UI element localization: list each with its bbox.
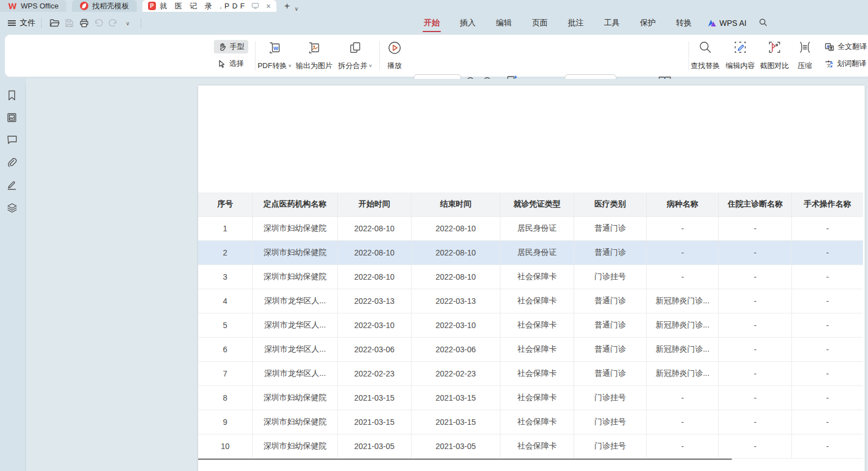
table-cell: 9 [198,410,253,434]
wps-ai-label: WPS AI [719,19,746,28]
tab-monitor-icon[interactable] [252,3,259,9]
word-translate-button[interactable]: 文 A 划词翻译 ∨ [821,57,868,70]
print-icon[interactable] [77,16,91,30]
table-cell: 深圳市龙华区人... [253,289,338,313]
bookmark-icon[interactable] [7,90,18,101]
table-cell: 2022-08-10 [411,265,500,289]
table-cell: - [647,434,719,459]
undo-icon[interactable] [91,16,106,30]
table-cell: 普通门诊 [574,289,647,313]
svg-text:A: A [830,61,833,65]
comment-icon[interactable] [7,135,18,146]
table-cell: 社会保障卡 [500,313,574,338]
play-icon [387,41,402,55]
new-tab-button[interactable]: + [284,1,290,12]
tab-docer[interactable]: 找稻壳模板 [72,0,137,12]
menu-item-page[interactable]: 页面 [522,12,558,34]
edit-content-button[interactable]: 编辑内容 [722,39,758,73]
menu-search-icon[interactable] [752,18,774,29]
menu-item-comment[interactable]: 批注 [558,12,594,34]
quickbar-chevron-icon[interactable]: ∨ [120,16,135,30]
menu-item-edit[interactable]: 编辑 [486,12,522,34]
svg-text:W: W [274,46,279,51]
layers-icon[interactable] [7,203,18,214]
table-header-cell: 手术操作名称 [792,192,863,217]
menu-bar: 文件 ∨ 开始 插入 编辑 页面 批注 工具 保护 转换 [0,12,868,34]
table-cell: 2021-03-15 [411,410,500,434]
wps-window: WPS Office 找稻壳模板 P 就 医 记 录 .PDF × + ∨ 文件 [0,0,868,471]
file-menu-button[interactable]: 文件 [8,18,35,28]
tab-document-active[interactable]: P 就 医 记 录 .PDF × [142,0,276,12]
table-cell: - [647,265,719,289]
pdf-convert-label: PDF转换 [258,61,287,71]
table-row: 9深圳市妇幼保健院2021-03-152021-03-15社会保障卡门诊挂号--… [198,410,863,434]
table-body: 1深圳市妇幼保健院2022-08-102022-08-10居民身份证普通门诊--… [198,217,863,459]
left-panel-rail [0,79,26,471]
table-cell: - [719,241,792,265]
word-translate-label: 划词翻译 [837,59,866,69]
attachment-icon[interactable] [7,158,18,169]
table-cell: 社会保障卡 [500,386,574,410]
table-cell: - [719,338,792,362]
table-cell: 普通门诊 [574,338,647,362]
compress-button[interactable]: 压缩 [790,39,820,73]
document-viewport[interactable]: 序号定点医药机构名称开始时间结束时间就诊凭证类型医疗类别病种名称住院主诊断名称手… [26,79,868,471]
table-cell: 5 [198,313,253,338]
table-cell: 深圳市妇幼保健院 [253,217,338,241]
cursor-icon [218,60,226,68]
table-cell: 深圳市妇幼保健院 [253,434,338,459]
play-button[interactable]: 播放 [376,39,413,73]
tab-list-chevron-icon[interactable]: ∨ [294,6,298,12]
table-cell: 6 [198,338,253,362]
menu-item-tools[interactable]: 工具 [594,12,630,34]
tab-wps-home[interactable]: WPS Office [0,0,66,12]
tab-close-icon[interactable]: × [266,2,271,11]
menu-item-insert[interactable]: 插入 [450,12,486,34]
split-merge-button[interactable]: 拆分合并∨ [335,39,375,73]
thumbnail-icon[interactable] [7,113,18,124]
table-cell: 社会保障卡 [500,434,574,459]
menu-item-home[interactable]: 开始 [414,12,450,34]
table-cell: - [719,289,792,313]
table-cell: 2022-02-23 [338,362,411,386]
docer-icon [80,2,88,10]
find-replace-button[interactable]: 查找替换 [687,39,724,73]
redo-icon[interactable] [106,16,120,30]
file-menu-label: 文件 [20,18,35,28]
table-header-cell: 序号 [198,192,253,217]
export-image-button[interactable]: 输出为图片 [294,39,334,73]
table-cell: 社会保障卡 [500,265,574,289]
pdf-convert-button[interactable]: W PDF转换∨ [255,39,294,73]
table-cell: 门诊挂号 [574,386,647,410]
screenshot-compare-label: 截图对比 [760,61,789,71]
table-cell: 深圳市龙华区人... [253,338,338,362]
full-translate-button[interactable]: A 全文翻译 [821,40,868,53]
table-cell: 2022-08-10 [338,241,411,265]
open-file-icon[interactable] [47,16,62,30]
hand-tool-button[interactable]: 手型 [214,40,248,53]
screenshot-compare-button[interactable]: 截图对比 [757,39,793,73]
export-image-label: 输出为图片 [296,61,333,71]
full-translate-icon: A [825,43,834,51]
select-tool-button[interactable]: 选择 [214,57,248,70]
table-row: 6深圳市龙华区人...2022-03-062022-03-06社会保障卡普通门诊… [198,338,863,362]
table-header-row: 序号定点医药机构名称开始时间结束时间就诊凭证类型医疗类别病种名称住院主诊断名称手… [198,192,863,217]
table-cell: 深圳市妇幼保健院 [253,265,338,289]
divider [141,18,141,28]
wps-ai-icon [708,19,717,27]
save-icon[interactable] [62,16,77,30]
table-row: 3深圳市妇幼保健院2022-08-102022-08-10社会保障卡门诊挂号--… [198,265,863,289]
table-header-cell: 病种名称 [647,192,719,217]
table-cell: 居民身份证 [500,217,574,241]
table-cell: 2021-03-05 [338,434,411,459]
table-cell: - [647,217,719,241]
signature-icon[interactable] [7,180,18,191]
wps-ai-button[interactable]: WPS AI [702,19,752,28]
edit-content-label: 编辑内容 [726,61,755,71]
menu-item-convert[interactable]: 转换 [666,12,702,34]
screenshot-compare-icon [768,41,781,54]
table-cell: - [719,217,792,241]
table-bottom-rule [198,459,732,460]
menu-item-protect[interactable]: 保护 [630,12,666,34]
table-cell: - [792,217,863,241]
